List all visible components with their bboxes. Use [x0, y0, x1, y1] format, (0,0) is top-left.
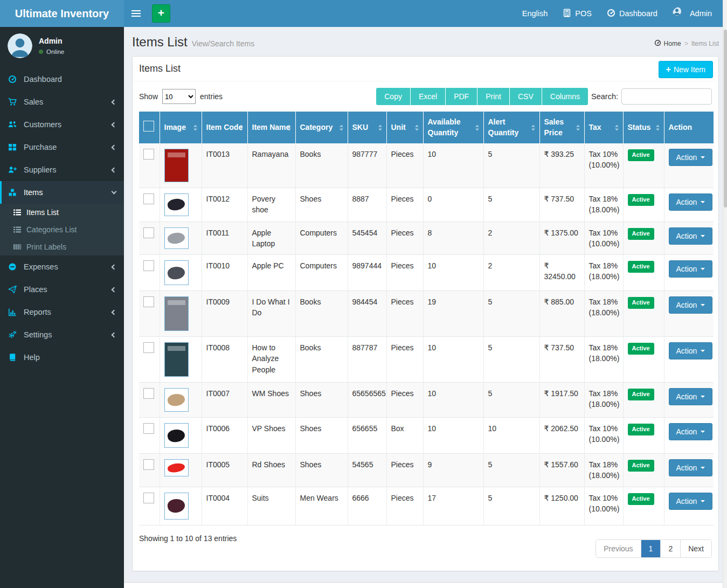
show-label: Show — [139, 92, 158, 101]
col-header-sku[interactable]: SKU — [348, 112, 386, 143]
export-print-button[interactable]: Print — [477, 88, 510, 105]
action-dropdown-button[interactable]: Action — [669, 296, 713, 314]
ramayana-book-cover — [164, 149, 189, 182]
quick-add-button[interactable]: + — [152, 4, 170, 23]
action-dropdown-button[interactable]: Action — [669, 227, 713, 245]
row-checkbox[interactable] — [143, 459, 154, 470]
table-row: IT0013RamayanaBooks987777Pieces105₹ 393.… — [139, 143, 714, 188]
export-columns-button[interactable]: Columns — [542, 88, 588, 105]
cell-sku: 65656565 — [348, 383, 386, 418]
page-size-select[interactable]: 10 — [162, 89, 196, 104]
sidebar-item-reports[interactable]: Reports — [0, 301, 124, 323]
col-header-tax[interactable]: Tax — [584, 112, 623, 143]
action-label: Action — [676, 265, 697, 273]
action-label: Action — [676, 347, 697, 355]
user-name: Admin — [39, 37, 64, 45]
sidebar-item-items-list[interactable]: Items List — [0, 204, 124, 221]
row-checkbox[interactable] — [143, 149, 154, 160]
user-plus-icon — [8, 165, 19, 174]
row-checkbox[interactable] — [143, 342, 154, 353]
sidebar-item-label: Places — [24, 285, 47, 294]
action-dropdown-button[interactable]: Action — [669, 493, 713, 510]
row-checkbox[interactable] — [143, 193, 154, 204]
scrollbar-track[interactable] — [723, 0, 727, 588]
cell-action: Action — [664, 222, 714, 255]
sidebar-item-purchase[interactable]: Purchase — [0, 136, 124, 158]
action-dropdown-button[interactable]: Action — [669, 423, 713, 440]
sidebar-item-places[interactable]: Places — [0, 278, 124, 301]
export-csv-button[interactable]: CSV — [510, 88, 542, 105]
col-header-status[interactable]: Status — [623, 112, 664, 143]
table-row: IT0005Rd ShoesShoes54565Pieces95₹ 1557.6… — [139, 454, 714, 487]
breadcrumb-separator: > — [684, 40, 688, 47]
action-dropdown-button[interactable]: Action — [669, 459, 713, 476]
caret-down-icon — [701, 467, 705, 469]
col-header-select-all[interactable] — [139, 112, 160, 143]
sidebar-subitem-label: Print Labels — [26, 243, 66, 251]
language-menu[interactable]: English — [515, 0, 556, 27]
col-header-item-name[interactable]: Item Name — [247, 112, 295, 143]
export-pdf-button[interactable]: PDF — [446, 88, 477, 105]
action-label: Action — [676, 392, 697, 401]
sidebar-item-print-labels[interactable]: Print Labels — [0, 238, 124, 255]
search-input[interactable] — [621, 88, 712, 105]
items-table: ImageItem CodeItem NameCategorySKUUnitAv… — [139, 112, 714, 525]
cell-item-name: WM Shoes — [247, 383, 295, 418]
pos-link[interactable]: POS — [555, 0, 599, 27]
page-button-next[interactable]: Next — [681, 540, 711, 557]
tax-name: Tax 18% — [589, 388, 619, 399]
table-header-row: ImageItem CodeItem NameCategorySKUUnitAv… — [139, 112, 714, 143]
sidebar-item-sales[interactable]: Sales — [0, 91, 124, 113]
page-button-1[interactable]: 1 — [641, 540, 661, 557]
col-header-sales-price[interactable]: Sales Price — [539, 112, 584, 143]
action-dropdown-button[interactable]: Action — [669, 342, 713, 359]
cell-item-code: IT0013 — [202, 143, 247, 188]
row-checkbox[interactable] — [143, 493, 154, 503]
sidebar-item-customers[interactable]: Customers — [0, 113, 124, 136]
table-row: IT0011Apple LaptopComputers545454Pieces8… — [139, 222, 714, 255]
user-menu[interactable]: Admin — [665, 0, 719, 27]
row-checkbox[interactable] — [143, 423, 154, 434]
dashboard-link[interactable]: Dashboard — [599, 0, 665, 27]
sidebar-item-dashboard[interactable]: Dashboard — [0, 68, 124, 91]
page-button-2[interactable]: 2 — [661, 540, 681, 557]
row-checkbox[interactable] — [143, 388, 154, 399]
col-header-available-quantity[interactable]: Available Quantity — [423, 112, 483, 143]
row-checkbox[interactable] — [143, 227, 154, 238]
row-checkbox[interactable] — [143, 296, 154, 307]
status-badge: Active — [628, 297, 654, 309]
sidebar-item-help[interactable]: Help — [0, 346, 124, 369]
sidebar-item-categories-list[interactable]: Categories List — [0, 221, 124, 238]
sidebar-item-expenses[interactable]: Expenses — [0, 255, 124, 278]
select-all-checkbox[interactable] — [143, 121, 154, 132]
sidebar-toggle-button[interactable] — [124, 0, 148, 27]
status-badge: Active — [628, 424, 654, 435]
cell-status: Active — [623, 487, 664, 525]
new-item-button[interactable]: + New Item — [659, 61, 713, 78]
scrollbar-thumb[interactable] — [724, 30, 727, 207]
col-header-image[interactable]: Image — [160, 112, 202, 143]
sidebar-item-settings[interactable]: Settings — [0, 323, 124, 346]
sidebar-item-items[interactable]: Items — [0, 181, 124, 204]
action-dropdown-button[interactable]: Action — [669, 388, 713, 405]
entries-label: entries — [200, 92, 223, 101]
action-dropdown-button[interactable]: Action — [669, 260, 713, 278]
sort-icon — [574, 123, 581, 134]
export-copy-button[interactable]: Copy — [376, 88, 411, 105]
cell-item-code: IT0005 — [202, 454, 247, 487]
col-header-unit[interactable]: Unit — [386, 112, 423, 143]
cell-item-code: IT0007 — [202, 383, 247, 418]
cell-unit: Pieces — [386, 337, 423, 383]
col-header-category[interactable]: Category — [295, 112, 348, 143]
chevron-left-icon — [112, 264, 117, 269]
breadcrumb-home-link[interactable]: Home — [654, 39, 681, 48]
sidebar-item-suppliers[interactable]: Suppliers — [0, 158, 124, 181]
action-dropdown-button[interactable]: Action — [669, 149, 713, 166]
col-header-item-code[interactable]: Item Code — [202, 112, 247, 143]
row-checkbox[interactable] — [143, 260, 154, 271]
page-button-previous[interactable]: Previous — [596, 540, 641, 557]
export-excel-button[interactable]: Excel — [411, 88, 446, 105]
col-header-alert-quantity[interactable]: Alert Quantity — [483, 112, 539, 143]
app-logo[interactable]: Ultimate Inventory — [0, 0, 124, 27]
action-dropdown-button[interactable]: Action — [669, 193, 713, 211]
